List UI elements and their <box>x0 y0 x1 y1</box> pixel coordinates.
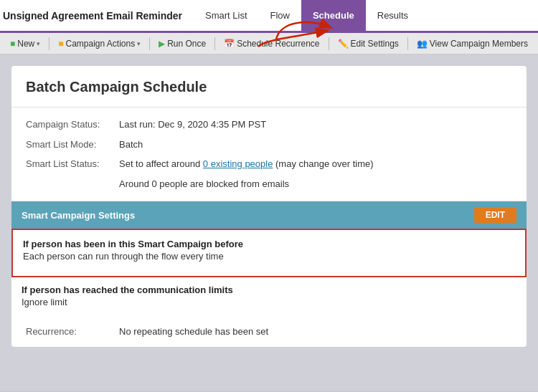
smart-list-mode-value: Batch <box>119 138 143 152</box>
recurrence-section: Recurrence: No repeating schedule has be… <box>11 316 527 347</box>
setting2-title: If person has reached the communication … <box>22 285 516 295</box>
divider-5 <box>407 37 408 50</box>
new-chevron: ▾ <box>37 40 40 47</box>
run-once-button[interactable]: ▶ Run Once <box>153 37 212 50</box>
main-card: Batch Campaign Schedule Campaign Status:… <box>11 66 527 347</box>
new-button[interactable]: ■ New ▾ <box>4 37 46 50</box>
blocked-spacer <box>26 177 119 191</box>
setting2-value: Ignore limit <box>22 297 516 307</box>
view-members-icon: 👥 <box>417 39 428 49</box>
campaign-actions-button[interactable]: ■ Campaign Actions ▾ <box>52 37 146 50</box>
campaign-actions-chevron: ▾ <box>137 40 141 47</box>
campaign-status-row: Campaign Status: Last run: Dec 9, 2020 4… <box>26 118 512 132</box>
settings-title: Smart Campaign Settings <box>22 210 135 221</box>
divider-1 <box>49 37 49 50</box>
edit-button[interactable]: EDIT <box>474 207 516 223</box>
campaign-actions-icon: ■ <box>58 39 63 49</box>
card-header: Batch Campaign Schedule <box>11 66 527 107</box>
toolbar: ■ New ▾ ■ Campaign Actions ▾ ▶ Run Once … <box>0 33 538 54</box>
edit-settings-icon: ✏️ <box>338 39 349 49</box>
blocked-row: Around 0 people are blocked from emails <box>26 177 512 191</box>
divider-4 <box>329 37 329 50</box>
top-nav: Unsigned Agreement Email Reminder Smart … <box>0 0 538 33</box>
blocked-text: Around 0 people are blocked from emails <box>119 177 289 191</box>
app-title: Unsigned Agreement Email Reminder <box>0 0 194 31</box>
tab-smart-list[interactable]: Smart List <box>194 0 259 31</box>
main-content: Batch Campaign Schedule Campaign Status:… <box>0 54 538 391</box>
campaign-status-label: Campaign Status: <box>26 118 119 132</box>
tab-schedule[interactable]: Schedule <box>301 0 366 31</box>
smart-campaign-settings: Smart Campaign Settings EDIT If person h… <box>11 201 527 316</box>
setting1-value: Each person can run through the flow eve… <box>23 251 515 262</box>
settings-extra: If person has reached the communication … <box>11 277 527 316</box>
run-once-icon: ▶ <box>159 39 165 49</box>
smart-list-status-label: Smart List Status: <box>26 157 119 171</box>
divider-2 <box>149 37 150 50</box>
info-section: Campaign Status: Last run: Dec 9, 2020 4… <box>11 107 527 201</box>
page-title: Batch Campaign Schedule <box>26 79 512 95</box>
edit-settings-button[interactable]: ✏️ Edit Settings <box>332 37 405 50</box>
campaign-status-value: Last run: Dec 9, 2020 4:35 PM PST <box>119 118 266 132</box>
divider-3 <box>214 37 215 50</box>
new-icon: ■ <box>10 39 15 49</box>
smart-list-mode-label: Smart List Mode: <box>26 138 119 152</box>
view-campaign-members-button[interactable]: 👥 View Campaign Members <box>411 37 534 50</box>
recurrence-label: Recurrence: <box>26 326 119 337</box>
tab-flow[interactable]: Flow <box>259 0 301 31</box>
smart-list-mode-row: Smart List Mode: Batch <box>26 138 512 152</box>
settings-header: Smart Campaign Settings EDIT <box>11 201 527 229</box>
tab-results[interactable]: Results <box>366 0 420 31</box>
schedule-recurrence-icon: 📅 <box>224 39 235 49</box>
schedule-recurrence-button[interactable]: 📅 Schedule Recurrence <box>218 37 325 50</box>
smart-list-status-value: Set to affect around 0 existing people (… <box>119 157 374 171</box>
recurrence-value: No repeating schedule has been set <box>119 326 268 337</box>
setting1-title: If person has been in this Smart Campaig… <box>23 239 515 249</box>
smart-list-status-row: Smart List Status: Set to affect around … <box>26 157 512 171</box>
settings-body: If person has been in this Smart Campaig… <box>11 229 527 277</box>
existing-people-link[interactable]: 0 existing people <box>203 158 273 169</box>
